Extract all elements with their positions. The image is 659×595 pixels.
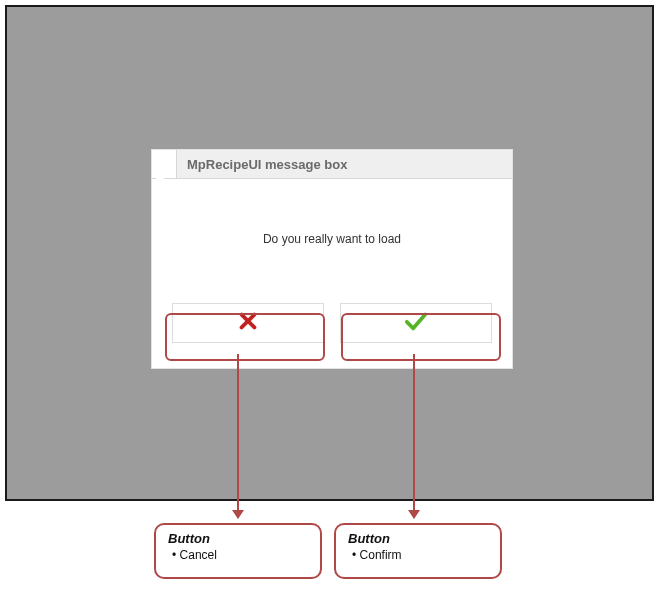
dialog-message-text: Do you really want to load — [263, 232, 401, 246]
message-box-dialog: MpRecipeUI message box Do you really wan… — [152, 150, 512, 368]
annotation-confirm: Button Confirm — [334, 523, 502, 579]
annotation-heading: Button — [348, 531, 490, 546]
annotation-bullet: Confirm — [348, 548, 490, 562]
callout-arrow-confirm — [413, 354, 415, 518]
cross-icon — [237, 310, 259, 336]
dialog-button-row — [152, 299, 512, 357]
annotation-bullet: Cancel — [168, 548, 310, 562]
figure-canvas: MpRecipeUI message box Do you really wan… — [0, 0, 659, 595]
check-icon — [404, 310, 428, 336]
annotation-cancel: Button Cancel — [154, 523, 322, 579]
confirm-button[interactable] — [340, 303, 492, 343]
dialog-body: Do you really want to load — [152, 179, 512, 299]
dialog-title: MpRecipeUI message box — [177, 157, 347, 172]
callout-arrow-cancel — [237, 354, 239, 518]
app-window-frame: MpRecipeUI message box Do you really wan… — [5, 5, 654, 501]
cancel-button[interactable] — [172, 303, 324, 343]
app-background: MpRecipeUI message box Do you really wan… — [7, 7, 652, 499]
dialog-titlebar: MpRecipeUI message box — [152, 150, 512, 179]
annotation-heading: Button — [168, 531, 310, 546]
dialog-tab-notch — [152, 150, 177, 178]
